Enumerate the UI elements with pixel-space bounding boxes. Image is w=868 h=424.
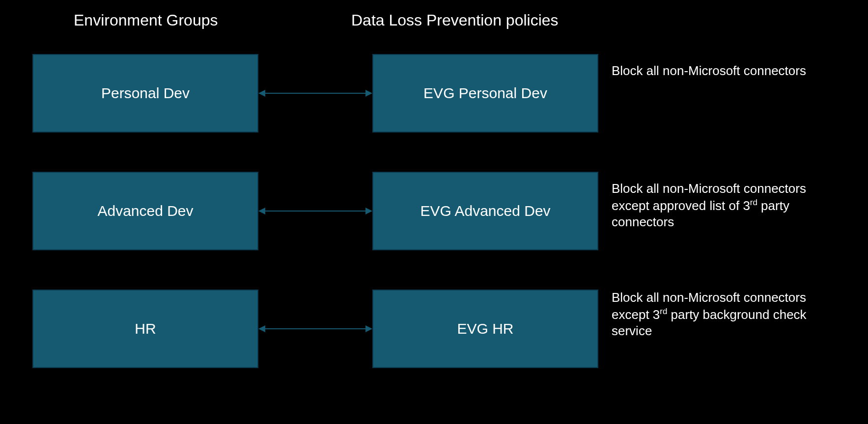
policy-description: Block all non-Microsoft connectors excep… <box>612 290 838 340</box>
header-dlp-policies: Data Loss Prevention policies <box>351 11 559 29</box>
env-group-label: Advanced Dev <box>97 203 193 219</box>
bidirectional-arrow-icon <box>258 92 372 94</box>
arrow-line <box>265 93 365 94</box>
diagram-row: HR EVG HR Block all non-Microsoft connec… <box>0 290 868 368</box>
header-environment-groups: Environment Groups <box>74 11 218 29</box>
env-group-label: HR <box>135 320 156 337</box>
policy-description: Block all non-Microsoft connectors <box>612 63 838 80</box>
bidirectional-arrow-icon <box>258 328 372 330</box>
policy-description: Block all non-Microsoft connectors excep… <box>612 181 838 231</box>
arrow-head-left-icon <box>258 208 265 214</box>
diagram-row: Advanced Dev EVG Advanced Dev Block all … <box>0 172 868 250</box>
arrow-head-left-icon <box>258 325 265 332</box>
arrow-head-right-icon <box>365 90 372 97</box>
policy-box-advanced-dev: EVG Advanced Dev <box>372 172 598 250</box>
env-group-box-advanced-dev: Advanced Dev <box>32 172 258 250</box>
arrow-line <box>265 328 365 329</box>
arrow-line <box>265 211 365 212</box>
policy-label: EVG HR <box>457 320 513 337</box>
policy-box-hr: EVG HR <box>372 290 598 368</box>
bidirectional-arrow-icon <box>258 210 372 212</box>
env-group-box-hr: HR <box>32 290 258 368</box>
diagram-row: Personal Dev EVG Personal Dev Block all … <box>0 54 868 132</box>
env-group-box-personal-dev: Personal Dev <box>32 54 258 132</box>
policy-label: EVG Personal Dev <box>423 85 547 102</box>
env-group-label: Personal Dev <box>101 85 190 102</box>
policy-box-personal-dev: EVG Personal Dev <box>372 54 598 132</box>
arrow-head-left-icon <box>258 90 265 97</box>
policy-label: EVG Advanced Dev <box>420 203 550 219</box>
arrow-head-right-icon <box>365 325 372 332</box>
arrow-head-right-icon <box>365 208 372 214</box>
